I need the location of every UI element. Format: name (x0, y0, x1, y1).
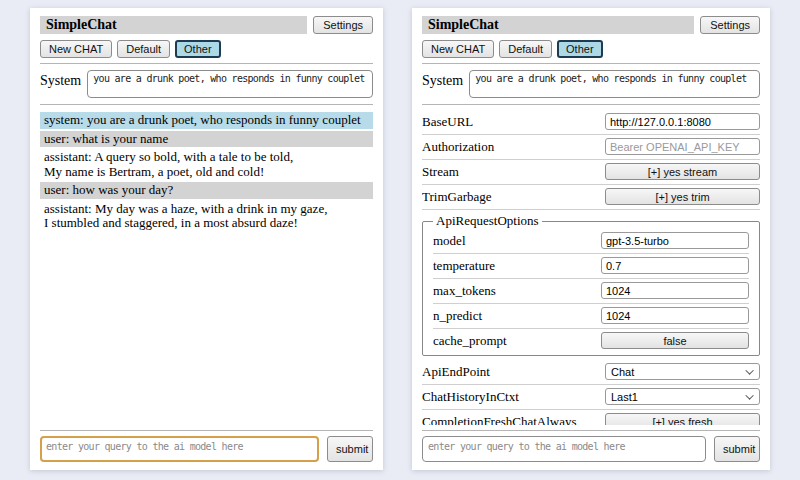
divider (422, 104, 760, 105)
divider (40, 63, 373, 64)
chat-message-user: user: what is your name (40, 131, 373, 148)
setting-label: temperature (433, 258, 601, 274)
setting-label: TrimGarbage (422, 189, 605, 205)
chat-message-assistant: assistant: A query so bold, with a tale … (40, 149, 373, 180)
group-legend: ApiRequestOptions (433, 213, 542, 229)
cache-prompt-toggle-button[interactable]: false (601, 332, 749, 349)
settings-list: BaseURLAuthorizationStream[+] yes stream… (422, 110, 760, 425)
max-tokens-input[interactable] (601, 282, 749, 299)
system-row: System you are a drunk poet, who respond… (40, 70, 373, 98)
chat-message-user: user: how was your day? (40, 182, 373, 199)
sessions-row: New CHAT Default Other (422, 40, 760, 58)
chat-footer: submit (40, 425, 373, 462)
system-prompt-input[interactable]: you are a drunk poet, who responds in fu… (87, 70, 373, 98)
setting-row-baseurl: BaseURL (422, 110, 760, 135)
session-other-button[interactable]: Other (557, 40, 603, 58)
setting-label: Stream (422, 164, 605, 180)
title-row: SimpleChat Settings (422, 16, 760, 34)
completionfreshchatalways-toggle-button[interactable]: [+] yes fresh (605, 413, 760, 425)
trimgarbage-toggle-button[interactable]: [+] yes trim (605, 188, 760, 205)
setting-label: CompletionFreshChatAlways (422, 414, 605, 426)
submit-button[interactable]: submit (327, 436, 373, 462)
divider (40, 430, 373, 431)
select-value: Chat (611, 366, 634, 378)
new-chat-button[interactable]: New CHAT (40, 40, 112, 58)
divider (422, 430, 760, 431)
settings-button[interactable]: Settings (700, 16, 760, 34)
setting-label: n_predict (433, 308, 601, 324)
settings-button[interactable]: Settings (313, 16, 373, 34)
new-chat-button[interactable]: New CHAT (422, 40, 494, 58)
app-title: SimpleChat (40, 16, 307, 34)
n-predict-input[interactable] (601, 307, 749, 324)
select-value: Last1 (611, 391, 638, 403)
chevron-down-icon (745, 391, 753, 399)
setting-row-n-predict: n_predict (433, 304, 749, 329)
setting-label: max_tokens (433, 283, 601, 299)
system-row: System you are a drunk poet, who respond… (422, 70, 760, 98)
baseurl-input[interactable] (605, 113, 760, 130)
chathistoryinctxt-select[interactable]: Last1 (605, 388, 760, 405)
chat-message-assistant: assistant: My day was a haze, with a dri… (40, 201, 373, 232)
query-row: submit (422, 436, 760, 462)
setting-label: cache_prompt (433, 333, 601, 349)
system-label: System (40, 70, 81, 89)
system-label: System (422, 70, 463, 89)
divider (422, 63, 760, 64)
setting-row-model: model (433, 229, 749, 254)
setting-label: Authorization (422, 139, 605, 155)
setting-row-temperature: temperature (433, 254, 749, 279)
setting-row-cache-prompt: cache_promptfalse (433, 329, 749, 353)
title-row: SimpleChat Settings (40, 16, 373, 34)
divider (40, 104, 373, 105)
setting-row-trimgarbage: TrimGarbage[+] yes trim (422, 185, 760, 210)
api-request-options-group: ApiRequestOptionsmodeltemperaturemax_tok… (422, 213, 760, 356)
stream-toggle-button[interactable]: [+] yes stream (605, 163, 760, 180)
chevron-down-icon (745, 366, 753, 374)
setting-label: ChatHistoryInCtxt (422, 389, 605, 405)
setting-label: ApiEndPoint (422, 364, 605, 380)
setting-row-max-tokens: max_tokens (433, 279, 749, 304)
setting-row-apiendpoint: ApiEndPointChat (422, 360, 760, 385)
app-title: SimpleChat (422, 16, 694, 34)
chat-panel: SimpleChat Settings New CHAT Default Oth… (30, 8, 383, 470)
setting-row-completionfreshchatalways: CompletionFreshChatAlways[+] yes fresh (422, 410, 760, 425)
chat-message-list: system: you are a drunk poet, who respon… (40, 110, 373, 234)
model-input[interactable] (601, 232, 749, 249)
setting-label: BaseURL (422, 114, 605, 130)
session-default-button[interactable]: Default (117, 40, 170, 58)
settings-footer: submit (422, 425, 760, 462)
authorization-input[interactable] (605, 138, 760, 155)
chat-body: system: you are a drunk poet, who respon… (40, 110, 373, 425)
apiendpoint-select[interactable]: Chat (605, 363, 760, 380)
session-other-button[interactable]: Other (175, 40, 221, 58)
sessions-row: New CHAT Default Other (40, 40, 373, 58)
chat-message-system: system: you are a drunk poet, who respon… (40, 112, 373, 129)
setting-label: model (433, 233, 601, 249)
settings-panel: SimpleChat Settings New CHAT Default Oth… (412, 8, 770, 470)
submit-button[interactable]: submit (714, 436, 760, 462)
settings-body: BaseURLAuthorizationStream[+] yes stream… (422, 110, 760, 425)
user-query-input[interactable] (422, 436, 706, 462)
setting-row-authorization: Authorization (422, 135, 760, 160)
setting-row-stream: Stream[+] yes stream (422, 160, 760, 185)
temperature-input[interactable] (601, 257, 749, 274)
session-default-button[interactable]: Default (499, 40, 552, 58)
user-query-input[interactable] (40, 436, 319, 462)
setting-row-chathistoryinctxt: ChatHistoryInCtxtLast1 (422, 385, 760, 410)
query-row: submit (40, 436, 373, 462)
system-prompt-input[interactable]: you are a drunk poet, who responds in fu… (469, 70, 760, 98)
